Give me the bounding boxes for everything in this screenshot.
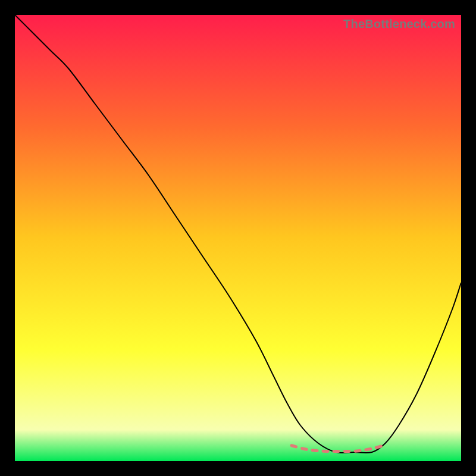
- watermark-text: TheBottleneck.com: [343, 17, 455, 31]
- bottleneck-chart: [15, 15, 461, 461]
- chart-frame: TheBottleneck.com: [15, 15, 461, 461]
- gradient-background: [15, 15, 461, 461]
